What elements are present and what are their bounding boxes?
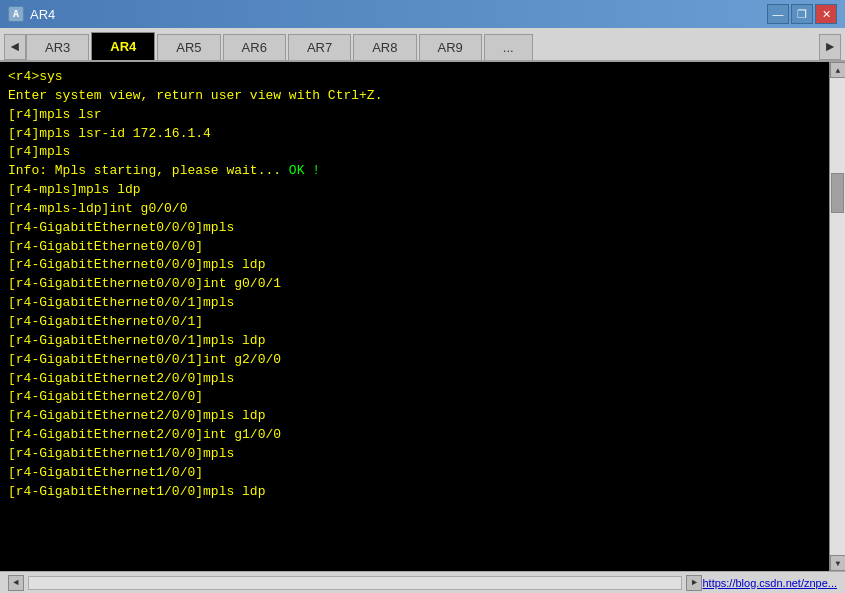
h-scroll-right[interactable]: ► xyxy=(686,575,702,591)
tab-bar: ◄ AR3AR4AR5AR6AR7AR8AR9... ► xyxy=(0,28,845,62)
terminal-line: [r4]mpls lsr xyxy=(8,106,821,125)
tab-ar4[interactable]: AR4 xyxy=(91,32,155,60)
tab-ar6[interactable]: AR6 xyxy=(223,34,286,60)
terminal-line: [r4-GigabitEthernet0/0/0]mpls ldp xyxy=(8,256,821,275)
terminal-output: <r4>sysEnter system view, return user vi… xyxy=(0,62,829,571)
h-scroll-left[interactable]: ◄ xyxy=(8,575,24,591)
bottom-bar: ◄ ► https://blog.csdn.net/znpe... xyxy=(0,571,845,593)
tab-nav-left[interactable]: ◄ xyxy=(4,34,26,60)
vertical-scrollbar[interactable]: ▲ ▼ xyxy=(829,62,845,571)
terminal-line: [r4-GigabitEthernet2/0/0]int g1/0/0 xyxy=(8,426,821,445)
terminal-line: [r4-GigabitEthernet0/0/1]int g2/0/0 xyxy=(8,351,821,370)
tab-ar5[interactable]: AR5 xyxy=(157,34,220,60)
tab-ar7[interactable]: AR7 xyxy=(288,34,351,60)
terminal-line: [r4-mpls-ldp]int g0/0/0 xyxy=(8,200,821,219)
ok-text: OK ! xyxy=(289,163,320,178)
terminal-line: [r4-GigabitEthernet0/0/0] xyxy=(8,238,821,257)
terminal-line: [r4-GigabitEthernet0/0/0]int g0/0/1 xyxy=(8,275,821,294)
terminal-line: Enter system view, return user view with… xyxy=(8,87,821,106)
close-button[interactable]: ✕ xyxy=(815,4,837,24)
app-icon: A xyxy=(8,6,24,22)
scroll-down-button[interactable]: ▼ xyxy=(830,555,845,571)
main-content: <r4>sysEnter system view, return user vi… xyxy=(0,62,845,571)
terminal-line: [r4-GigabitEthernet2/0/0] xyxy=(8,388,821,407)
scroll-up-button[interactable]: ▲ xyxy=(830,62,845,78)
terminal-line: [r4-mpls]mpls ldp xyxy=(8,181,821,200)
terminal-line: [r4]mpls lsr-id 172.16.1.4 xyxy=(8,125,821,144)
title-bar: A AR4 — ❐ ✕ xyxy=(0,0,845,28)
terminal-line: [r4-GigabitEthernet2/0/0]mpls xyxy=(8,370,821,389)
terminal-line: [r4-GigabitEthernet1/0/0] xyxy=(8,464,821,483)
tab-ar8[interactable]: AR8 xyxy=(353,34,416,60)
terminal-line: [r4-GigabitEthernet0/0/1] xyxy=(8,313,821,332)
terminal-line: [r4-GigabitEthernet0/0/1]mpls xyxy=(8,294,821,313)
tab-ar3[interactable]: AR3 xyxy=(26,34,89,60)
terminal-line: [r4-GigabitEthernet1/0/0]mpls xyxy=(8,445,821,464)
status-url[interactable]: https://blog.csdn.net/znpe... xyxy=(702,577,837,589)
window-controls: — ❐ ✕ xyxy=(767,4,837,24)
scroll-track[interactable] xyxy=(830,78,845,555)
tab-ar9[interactable]: AR9 xyxy=(419,34,482,60)
terminal-line: [r4-GigabitEthernet1/0/0]mpls ldp xyxy=(8,483,821,502)
terminal-line: [r4-GigabitEthernet0/0/1]mpls ldp xyxy=(8,332,821,351)
window-title: AR4 xyxy=(30,7,767,22)
tab-more[interactable]: ... xyxy=(484,34,533,60)
terminal-line: [r4-GigabitEthernet2/0/0]mpls ldp xyxy=(8,407,821,426)
terminal-line: [r4-GigabitEthernet0/0/0]mpls xyxy=(8,219,821,238)
terminal-line: Info: Mpls starting, please wait... OK ! xyxy=(8,162,821,181)
tab-nav-right[interactable]: ► xyxy=(819,34,841,60)
scroll-thumb[interactable] xyxy=(831,173,844,213)
minimize-button[interactable]: — xyxy=(767,4,789,24)
tabs-container: AR3AR4AR5AR6AR7AR8AR9... xyxy=(26,32,819,60)
restore-button[interactable]: ❐ xyxy=(791,4,813,24)
terminal-line: [r4]mpls xyxy=(8,143,821,162)
h-scroll-track[interactable] xyxy=(28,576,682,590)
terminal-line: <r4>sys xyxy=(8,68,821,87)
